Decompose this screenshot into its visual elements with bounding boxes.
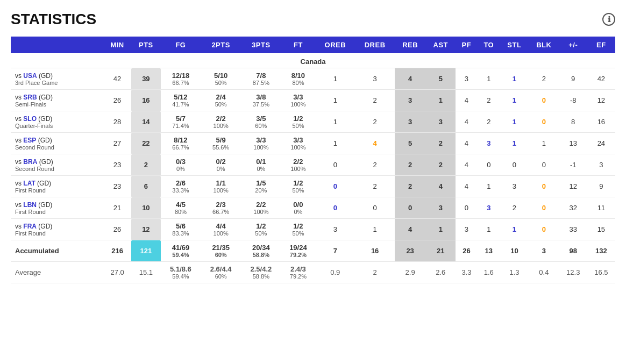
table-cell: 4 <box>456 154 478 176</box>
table-cell: 0.4 <box>529 262 559 283</box>
table-cell: 2 <box>426 154 456 176</box>
col-header-pm: +/- <box>559 37 587 53</box>
table-cell: 2.5/4.258.8% <box>241 262 281 283</box>
table-cell: 1 <box>478 219 500 240</box>
game-cell: vs SRB (GD)Semi-Finals <box>11 90 103 111</box>
table-cell: 2 <box>355 90 394 111</box>
table-cell: 1/250% <box>241 219 281 240</box>
table-cell: 2 <box>500 197 529 219</box>
table-cell: 1.6 <box>478 262 500 283</box>
table-cell: 3/3100% <box>281 90 315 111</box>
col-header-ast: AST <box>426 37 456 53</box>
table-cell: 2 <box>355 262 394 283</box>
table-cell: 1 <box>500 68 529 90</box>
table-cell: 2 <box>478 90 500 111</box>
col-header-ft: FT <box>281 37 315 53</box>
table-cell: 1 <box>426 90 456 111</box>
table-cell: 132 <box>587 240 615 262</box>
table-cell: 12 <box>587 90 615 111</box>
table-cell: 33 <box>559 219 587 240</box>
game-cell: vs LAT (GD)First Round <box>11 176 103 197</box>
table-cell: 1 <box>315 68 355 90</box>
table-cell: 12 <box>559 176 587 197</box>
table-cell: 19/2479.2% <box>281 240 315 262</box>
table-cell: 2.9 <box>395 262 426 283</box>
table-cell: 21 <box>426 240 456 262</box>
pts-cell: 14 <box>131 111 160 133</box>
table-cell: 1.3 <box>500 262 529 283</box>
table-cell: 1/1100% <box>201 176 241 197</box>
table-cell: 5/683.3% <box>161 219 201 240</box>
table-cell: 0 <box>529 90 559 111</box>
table-cell: 1/520% <box>241 176 281 197</box>
game-cell: vs LBN (GD)First Round <box>11 197 103 219</box>
table-cell: 0 <box>500 154 529 176</box>
table-cell: 4 <box>395 219 426 240</box>
table-cell: 3 <box>478 197 500 219</box>
table-cell: 26 <box>103 90 131 111</box>
table-cell: 3 <box>395 90 426 111</box>
table-cell: 4 <box>456 90 478 111</box>
table-cell: 4/580% <box>161 197 201 219</box>
table-cell: 2 <box>395 176 426 197</box>
col-header-game <box>11 37 103 53</box>
table-cell: 7/887.5% <box>241 68 281 90</box>
col-header-2pts: 2PTS <box>201 37 241 53</box>
table-cell: 3 <box>500 176 529 197</box>
table-cell: 5 <box>395 133 426 154</box>
table-cell: 13 <box>478 240 500 262</box>
table-cell: 9 <box>587 176 615 197</box>
table-cell: 27.0 <box>103 262 131 283</box>
table-cell: 2.6/4.460% <box>201 262 241 283</box>
table-cell: 0 <box>456 197 478 219</box>
table-cell: 28 <box>103 111 131 133</box>
table-cell: 12/1866.7% <box>161 68 201 90</box>
table-row: vs LBN (GD)First Round21104/580%2/366.7%… <box>11 197 615 219</box>
page-title: STATISTICS <box>11 11 96 28</box>
col-header-oreb: OREB <box>315 37 355 53</box>
table-cell: 3 <box>355 68 394 90</box>
col-header-min: MIN <box>103 37 131 53</box>
table-cell: 0 <box>478 154 500 176</box>
table-cell: 0/10% <box>241 154 281 176</box>
table-cell: 2/2100% <box>201 111 241 133</box>
col-header-blk: BLK <box>529 37 559 53</box>
accumulated-label: Accumulated <box>11 240 103 262</box>
table-cell: 9 <box>559 68 587 90</box>
table-cell: 3/837.5% <box>241 90 281 111</box>
game-cell: vs ESP (GD)Second Round <box>11 133 103 154</box>
table-cell: 4 <box>426 176 456 197</box>
table-cell: 4/4100% <box>201 219 241 240</box>
table-cell: 2.6 <box>426 262 456 283</box>
game-cell: vs FRA (GD)First Round <box>11 219 103 240</box>
table-cell: 16 <box>355 240 394 262</box>
table-cell: 21 <box>103 197 131 219</box>
table-cell: 24 <box>587 133 615 154</box>
table-cell: 16 <box>587 111 615 133</box>
table-cell: 2.4/379.2% <box>281 262 315 283</box>
table-cell: 2 <box>426 133 456 154</box>
table-row: vs ESP (GD)Second Round27228/1266.7%5/95… <box>11 133 615 154</box>
table-row: vs FRA (GD)First Round26125/683.3%4/4100… <box>11 219 615 240</box>
table-cell: 23 <box>103 176 131 197</box>
col-header-stl: STL <box>500 37 529 53</box>
accumulated-row: Accumulated21612141/6959.4%21/3560%20/34… <box>11 240 615 262</box>
table-cell: 2/450% <box>201 90 241 111</box>
col-header-3pts: 3PTS <box>241 37 281 53</box>
game-cell: vs SLO (GD)Quarter-Finals <box>11 111 103 133</box>
table-cell: 2/633.3% <box>161 176 201 197</box>
table-cell: 4 <box>395 68 426 90</box>
table-cell: 15.1 <box>131 262 160 283</box>
info-icon[interactable]: ℹ <box>602 13 615 26</box>
pts-cell: 2 <box>131 154 160 176</box>
col-header-to: TO <box>478 37 500 53</box>
section-header-canada: Canada <box>11 53 615 68</box>
table-cell: 4 <box>456 176 478 197</box>
table-cell: 1 <box>315 111 355 133</box>
table-cell: 26 <box>456 240 478 262</box>
table-cell: 5.1/8.659.4% <box>161 262 201 283</box>
table-cell: 8/1080% <box>281 68 315 90</box>
table-cell: 5/955.6% <box>201 133 241 154</box>
col-header-fg: FG <box>161 37 201 53</box>
table-cell: 12.3 <box>559 262 587 283</box>
